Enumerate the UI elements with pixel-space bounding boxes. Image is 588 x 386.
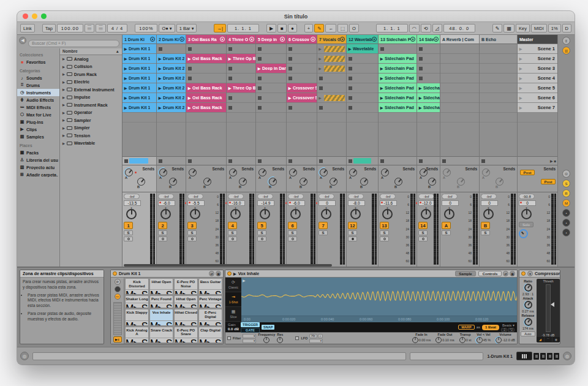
pad-solo-button[interactable]: S [215, 321, 222, 325]
release-knob[interactable] [524, 318, 532, 326]
track-menu-icon[interactable]: ▾ [179, 37, 184, 42]
clip-slot-7-vocals-g-2[interactable]: ▶ [317, 54, 346, 64]
pad-solo-button[interactable]: S [166, 290, 173, 294]
peak-level-display[interactable]: -Inf [288, 194, 304, 199]
clip-stop-icon[interactable] [258, 57, 262, 61]
pad-mute-button[interactable]: M [199, 290, 207, 294]
device-power-button[interactable] [227, 271, 232, 276]
sidebar-item-plug-ins[interactable]: ▣Plug-Ins [17, 118, 59, 126]
arm-button[interactable] [257, 237, 266, 241]
clip-slot-12-wavetabl-3[interactable] [347, 64, 378, 74]
track-header-7-vocals-g[interactable]: 7 Vocals G▾ [317, 35, 346, 44]
loop-length-field[interactable]: 48. 0. 0 [443, 24, 475, 32]
clip-slot-2-drum-ki-2[interactable]: ▶Drum Kit 2 [157, 54, 186, 64]
arm-button[interactable] [228, 237, 237, 241]
pad-preview-icon[interactable]: ▶ [207, 338, 214, 342]
pad-solo-button[interactable]: S [190, 303, 197, 308]
stop-clips-row[interactable] [480, 157, 517, 165]
solo-button[interactable]: S [418, 230, 428, 235]
draw-mode-button[interactable]: ⬚ [337, 24, 348, 32]
pad-solo-button[interactable]: S [166, 338, 173, 342]
clip-slot-13-sidechain-pad-1[interactable] [379, 44, 417, 54]
pad-preview-icon[interactable]: ▶ [158, 290, 165, 294]
clip-slot-4-three-o-4[interactable] [227, 74, 255, 83]
track-activator-button[interactable]: 12 [348, 222, 357, 229]
sidebar-item-midi-effects[interactable]: ≔MIDI Effects [17, 104, 59, 111]
sidebar-item-a-adir-carpeta[interactable]: ⊞Añadir carpeta… [17, 171, 59, 178]
clip-play-icon[interactable]: ▶ [123, 86, 129, 90]
clip-stop-icon[interactable] [319, 86, 323, 90]
clip-stop-icon[interactable] [258, 106, 262, 110]
arm-button[interactable] [124, 237, 133, 241]
stop-all-clips-icon[interactable] [258, 159, 262, 163]
drum-pad-hihat-open[interactable]: Hihat OpenM▶S [174, 295, 198, 308]
clip-play-icon[interactable]: ▶ [227, 86, 233, 90]
browser-list-item-analog[interactable]: ▶Analog [60, 55, 122, 63]
clip-slot-3-oxi-bass-ra-7[interactable]: ▶Oxi Bass Rack [186, 103, 226, 113]
clip-play-icon[interactable]: ▶ [157, 66, 163, 70]
send-a-knob[interactable]: A [482, 168, 490, 176]
clip-play-icon[interactable]: ▶ [186, 96, 192, 100]
compressor-title[interactable]: Compressor [535, 271, 560, 276]
clip-play-icon[interactable]: ▶ [317, 66, 323, 70]
arm-button[interactable] [348, 237, 357, 241]
clip-slot-a-reverb-com-3[interactable] [440, 64, 479, 74]
scene-slot-6[interactable]: ▶Scene 6 [518, 93, 557, 103]
send-b-knob[interactable]: B [137, 178, 145, 186]
key-map-button[interactable]: Key [516, 24, 530, 32]
io-toggle-icon[interactable]: ⟳ [115, 279, 121, 285]
clip-slot-12-wavetabl-1[interactable]: ▶Wavetable [347, 44, 378, 54]
peak-level-display[interactable]: -Inf [318, 194, 334, 199]
expand-caret-icon[interactable]: ▶ [62, 103, 65, 107]
drum-pad-kick-analog-a[interactable]: Kick Analog AM▶S [125, 327, 149, 343]
track-header-2-drum-ki[interactable]: 2 Drum Ki▾ [157, 35, 186, 44]
clip-slot-14-sidecha-4[interactable] [417, 74, 440, 83]
pan-knob[interactable] [350, 209, 361, 219]
pan-knob[interactable] [382, 209, 393, 219]
clip-play-icon[interactable]: ▶ [379, 76, 385, 80]
clip-play-icon[interactable]: ▶ [317, 56, 323, 61]
mixer-section-toggle-io-icon[interactable]: ⊙ [562, 170, 570, 178]
peak-level-display[interactable]: -Inf [380, 194, 396, 199]
drum-pad-perc-vintage[interactable]: Perc VintageM▶S [198, 295, 222, 308]
drum-pad-e-perc-po-noise[interactable]: E-Perc PO NoiseM▶S [174, 278, 198, 295]
send-a-knob[interactable]: A [320, 168, 328, 176]
track-activator-button[interactable]: 14 [418, 222, 428, 229]
clip-slot-a-reverb-com-6[interactable] [440, 93, 479, 103]
clip-slot-a-reverb-com-2[interactable] [440, 54, 479, 64]
clip-slot-6-crossov-7[interactable] [287, 103, 317, 113]
clip-slot-b-echo-4[interactable] [480, 74, 517, 83]
pad-solo-button[interactable]: S [166, 303, 173, 308]
clip-play-icon[interactable]: ▶ [287, 96, 293, 100]
clip-stop-icon[interactable] [349, 106, 352, 110]
clip-slot-13-sidechain-pad-5[interactable]: ▶Sidechain Pad [379, 83, 417, 93]
drum-pad-vox-inhale[interactable]: Vox InhaleM▶S [149, 309, 173, 325]
clip-play-icon[interactable]: ▶ [227, 56, 233, 61]
clip-play-icon[interactable]: ▶ [317, 96, 323, 100]
lfo-hz-button[interactable]: Hz [309, 334, 317, 338]
solo-button-disabled[interactable]: Solo [519, 222, 533, 227]
threshold-display[interactable]: Thresh -9.78 dB ◢ ⌒ ◉ [537, 279, 560, 342]
clip-slot-a-reverb-com-5[interactable] [440, 83, 479, 93]
computer-midi-keyboard-button[interactable]: ▦ [503, 24, 514, 32]
res-knob[interactable] [277, 337, 283, 343]
stop-all-clips-icon[interactable] [419, 159, 423, 163]
stop-clips-row[interactable] [417, 157, 440, 165]
clip-slot-b-echo-1[interactable] [480, 44, 517, 54]
stop-all-clips-icon[interactable] [159, 159, 162, 163]
frequency-knob[interactable] [263, 337, 270, 343]
arm-button[interactable] [187, 237, 197, 241]
pad-preview-icon[interactable]: ▶ [183, 338, 190, 342]
clip-slot-7-vocals-g-5[interactable] [317, 83, 346, 93]
scene-play-icon[interactable]: ▶ [518, 76, 524, 80]
clip-slot-4-three-o-7[interactable] [227, 103, 255, 113]
mixer-section-toggle-sends-icon[interactable]: S [562, 180, 570, 187]
send-b-knob[interactable]: B [394, 178, 402, 186]
clip-stop-icon[interactable] [349, 67, 352, 70]
comp-param-value[interactable]: 174 ms [522, 327, 533, 330]
send-a-post-button[interactable]: Post [520, 170, 535, 175]
pad-page-play-button[interactable]: ▶≡ [113, 336, 122, 342]
clip-play-icon[interactable]: ▶ [123, 105, 129, 110]
gain-value[interactable]: 0.0 dB [228, 327, 239, 331]
scene-play-icon[interactable]: ▶ [518, 105, 524, 110]
